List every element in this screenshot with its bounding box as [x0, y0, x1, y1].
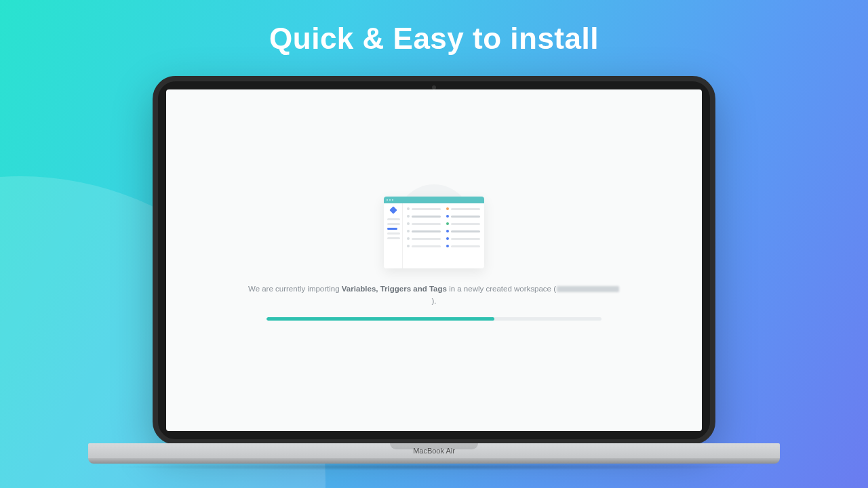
- import-progress-fill: [267, 317, 494, 321]
- gtm-logo-icon: [389, 206, 397, 214]
- laptop-lid: We are currently importing Variables, Tr…: [153, 76, 715, 445]
- illustration-card: [384, 197, 484, 268]
- illustration-sidebar: [384, 203, 403, 268]
- illustration-window-header: [384, 197, 484, 203]
- status-suffix: ).: [431, 297, 436, 305]
- laptop-base: MacBook Air: [88, 443, 780, 470]
- status-mid: in a newly created workspace (: [447, 285, 556, 293]
- import-status-text: We are currently importing Variables, Tr…: [247, 283, 622, 308]
- import-progress-bar: [267, 317, 601, 321]
- status-emphasis: Variables, Triggers and Tags: [342, 285, 447, 293]
- laptop-notch: [390, 443, 478, 449]
- app-screen: We are currently importing Variables, Tr…: [166, 89, 702, 431]
- laptop-mockup: We are currently importing Variables, Tr…: [153, 76, 715, 470]
- hero-title: Quick & Easy to install: [0, 22, 868, 56]
- promo-stage: Quick & Easy to install: [0, 0, 868, 488]
- status-prefix: We are currently importing: [248, 285, 342, 293]
- illustration-content: [403, 203, 484, 268]
- workspace-name-redacted: [557, 286, 619, 292]
